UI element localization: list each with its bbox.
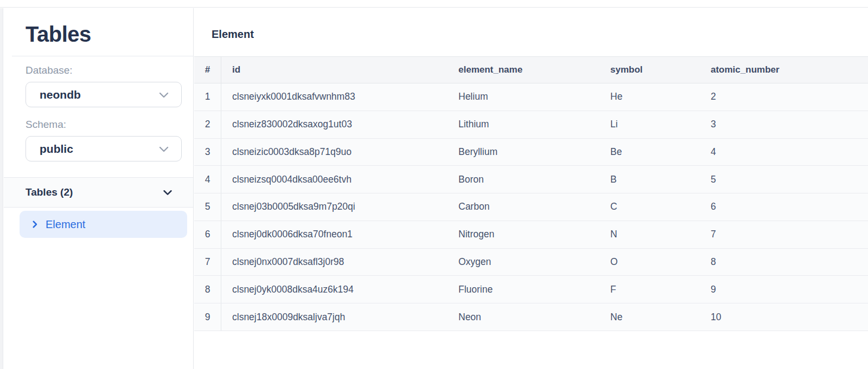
- cell-index: 8: [194, 276, 221, 303]
- cell-element-name: Oxygen: [448, 249, 599, 276]
- cell-element-name: Carbon: [448, 193, 599, 221]
- database-select[interactable]: neondb: [25, 82, 182, 107]
- cell-atomic-number: 7: [700, 221, 868, 248]
- cell-id: clsnej0yk0008dksa4uz6k194: [221, 276, 448, 303]
- page-title: Element: [212, 28, 254, 41]
- cell-symbol: He: [599, 83, 700, 111]
- table-row[interactable]: 5clsnej03b0005dksa9m7p20qiCarbonC6: [194, 193, 868, 221]
- table-header-row: # id element_name symbol atomic_number: [194, 56, 868, 83]
- schema-label: Schema:: [25, 118, 66, 131]
- cell-atomic-number: 3: [700, 111, 868, 138]
- sidebar-title: Tables: [25, 22, 91, 46]
- top-bar: [0, 0, 868, 8]
- cell-id: clsneizsq0004dksa00ee6tvh: [221, 166, 448, 193]
- sidebar: Tables Database: neondb Schema: public T…: [4, 8, 194, 369]
- tables-section-header[interactable]: Tables (2): [4, 177, 193, 208]
- chevron-down-icon: [162, 186, 174, 198]
- cell-atomic-number: 4: [700, 139, 868, 166]
- cell-element-name: Helium: [448, 83, 599, 111]
- cell-element-name: Nitrogen: [448, 221, 599, 248]
- cell-id: clsneiyxk0001dksafvwnhm83: [221, 83, 448, 111]
- table-row[interactable]: 8clsnej0yk0008dksa4uz6k194FluorineF9: [194, 276, 868, 303]
- chevron-down-icon: [157, 143, 170, 156]
- table-row[interactable]: 1clsneiyxk0001dksafvwnhm83HeliumHe2: [194, 83, 868, 111]
- main-panel: Element # id element_name symbol atomic_…: [194, 8, 868, 369]
- cell-index: 9: [194, 303, 221, 331]
- cell-symbol: O: [599, 249, 700, 276]
- schema-select[interactable]: public: [25, 136, 182, 161]
- cell-element-name: Beryllium: [448, 139, 599, 166]
- cell-symbol: N: [599, 221, 700, 248]
- cell-symbol: B: [599, 166, 700, 193]
- column-header-id: id: [221, 57, 448, 83]
- cell-atomic-number: 6: [700, 193, 868, 221]
- cell-id: clsnej0nx0007dksafl3j0r98: [221, 249, 448, 276]
- cell-atomic-number: 8: [700, 249, 868, 276]
- cell-index: 2: [194, 111, 221, 138]
- database-select-value: neondb: [40, 88, 81, 101]
- cell-atomic-number: 2: [700, 83, 868, 111]
- table-row[interactable]: 9clsnej18x0009dksaljva7jqhNeonNe10: [194, 303, 868, 331]
- table-row[interactable]: 4clsneizsq0004dksa00ee6tvhBoronB5: [194, 166, 868, 193]
- table-row[interactable]: 3clsneizic0003dksa8p71q9uoBerylliumBe4: [194, 139, 868, 166]
- cell-element-name: Lithium: [448, 111, 599, 138]
- cell-id: clsnej03b0005dksa9m7p20qi: [221, 193, 448, 221]
- left-gutter: [0, 8, 3, 369]
- divider: [12, 56, 193, 56]
- sidebar-item-label: Element: [46, 218, 85, 231]
- cell-element-name: Neon: [448, 303, 599, 331]
- tables-section-label: Tables (2): [25, 186, 73, 198]
- table-row[interactable]: 2clsneiz830002dksaxog1ut03LithiumLi3: [194, 111, 868, 139]
- cell-index: 4: [194, 166, 221, 193]
- cell-symbol: Li: [599, 111, 700, 138]
- cell-index: 7: [194, 249, 221, 276]
- cell-atomic-number: 9: [700, 276, 868, 303]
- column-header-element-name: element_name: [448, 57, 599, 83]
- cell-id: clsnej0dk0006dksa70fneon1: [221, 221, 448, 248]
- cell-atomic-number: 5: [700, 166, 868, 193]
- cell-index: 1: [194, 83, 221, 111]
- cell-symbol: F: [599, 276, 700, 303]
- cell-symbol: Be: [599, 139, 700, 166]
- cell-id: clsneizic0003dksa8p71q9uo: [221, 139, 448, 166]
- cell-symbol: C: [599, 193, 700, 221]
- table-body: 1clsneiyxk0001dksafvwnhm83HeliumHe22clsn…: [194, 83, 868, 331]
- chevron-down-icon: [157, 88, 170, 101]
- cell-index: 3: [194, 139, 221, 166]
- cell-element-name: Boron: [448, 166, 599, 193]
- cell-id: clsnej18x0009dksaljva7jqh: [221, 303, 448, 331]
- cell-element-name: Fluorine: [448, 276, 599, 303]
- column-header-symbol: symbol: [599, 57, 700, 83]
- data-table: # id element_name symbol atomic_number 1…: [194, 56, 868, 331]
- cell-id: clsneiz830002dksaxog1ut03: [221, 111, 448, 138]
- column-header-atomic-number: atomic_number: [700, 57, 868, 83]
- schema-select-value: public: [40, 143, 73, 156]
- table-row[interactable]: 7clsnej0nx0007dksafl3j0r98OxygenO8: [194, 249, 868, 276]
- cell-symbol: Ne: [599, 303, 700, 331]
- sidebar-item-element[interactable]: Element: [20, 211, 187, 238]
- table-row[interactable]: 6clsnej0dk0006dksa70fneon1NitrogenN7: [194, 221, 868, 249]
- cell-index: 6: [194, 221, 221, 248]
- chevron-right-icon: [30, 219, 40, 229]
- cell-atomic-number: 10: [700, 303, 868, 331]
- column-header-index: #: [194, 57, 221, 83]
- cell-index: 5: [194, 193, 221, 221]
- database-label: Database:: [25, 64, 73, 77]
